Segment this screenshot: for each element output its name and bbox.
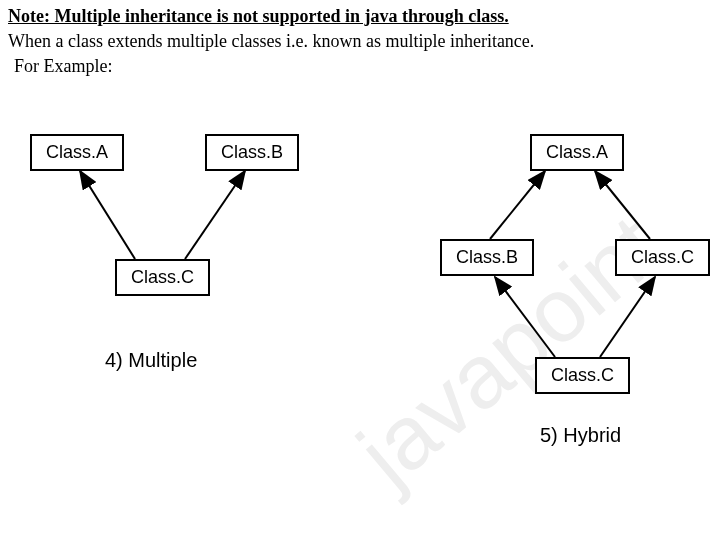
svg-line-3	[490, 171, 545, 239]
hybrid-class-a: Class.A	[530, 134, 624, 171]
hybrid-class-c-bottom: Class.C	[535, 357, 630, 394]
hybrid-class-c-right: Class.C	[615, 239, 710, 276]
multiple-class-c: Class.C	[115, 259, 210, 296]
svg-line-2	[185, 171, 245, 259]
svg-line-5	[495, 277, 555, 357]
svg-line-4	[595, 171, 650, 239]
multiple-class-a: Class.A	[30, 134, 124, 171]
diagram-area: javapoint Class.A Class.B Class.C 4) Mul…	[0, 79, 720, 519]
description-line: When a class extends multiple classes i.…	[0, 29, 720, 54]
multiple-caption: 4) Multiple	[105, 349, 197, 372]
note-heading: Note: Multiple inheritance is not suppor…	[0, 0, 720, 29]
svg-line-6	[600, 277, 655, 357]
example-line: For Example:	[0, 54, 720, 79]
hybrid-caption: 5) Hybrid	[540, 424, 621, 447]
multiple-class-b: Class.B	[205, 134, 299, 171]
svg-line-1	[80, 171, 135, 259]
hybrid-class-b: Class.B	[440, 239, 534, 276]
